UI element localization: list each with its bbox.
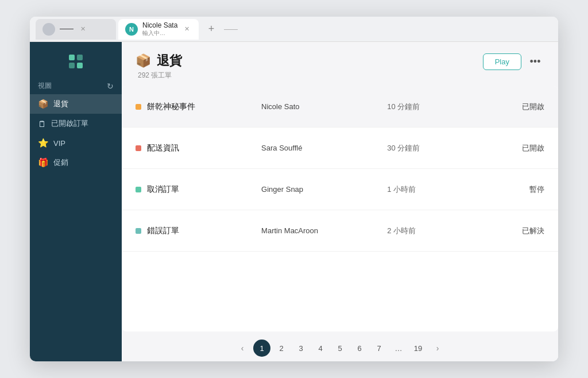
tab-close-1[interactable]: ✕ (80, 25, 86, 33)
tab-extra: —— (224, 25, 238, 33)
page-title: 📦 退貨 (136, 52, 182, 70)
ticket-name-3: 取消訂單 (147, 184, 179, 195)
page-7-button[interactable]: 7 (370, 340, 388, 357)
sidebar-section-header: 視圖 ↻ (30, 81, 122, 94)
page-5-button[interactable]: 5 (331, 340, 349, 357)
col-assignee-2: Sara Soufflé (261, 144, 387, 152)
tab-close-2[interactable]: ✕ (184, 25, 189, 33)
more-button[interactable]: ••• (526, 52, 544, 71)
sidebar-item-label-open-orders: 已開啟訂單 (51, 118, 88, 129)
tab-avatar-2: N (125, 23, 138, 36)
tab-info-2: Nicole Sata 輸入中… (142, 21, 177, 36)
tab-name-1: —— (60, 25, 74, 33)
table-row[interactable]: 配送資訊 Sara Soufflé 30 分鐘前 已開啟 (122, 128, 558, 169)
status-dot-1 (136, 104, 141, 110)
col-name-2: 配送資訊 (136, 143, 261, 153)
play-button[interactable]: Play (483, 53, 521, 70)
svg-rect-0 (69, 55, 75, 60)
col-status-2: 已開啟 (481, 143, 544, 153)
promo-icon: 🎁 (38, 157, 49, 168)
col-assignee-1: Nicole Sato (261, 102, 387, 111)
sidebar-item-vip[interactable]: ⭐ VIP (30, 133, 122, 153)
sidebar-section-label: 視圖 (38, 81, 52, 91)
content-title-area: 📦 退貨 292 張工單 (136, 52, 182, 80)
ticket-name-1: 餅乾神秘事件 (147, 102, 195, 112)
ticket-name-4: 錯誤訂單 (147, 226, 179, 236)
status-dot-2 (136, 145, 141, 151)
returns-icon: 📦 (38, 99, 49, 109)
sidebar-item-label-promo: 促銷 (53, 157, 68, 168)
vip-icon: ⭐ (38, 138, 49, 148)
sidebar-item-label-returns: 退貨 (53, 99, 68, 109)
svg-rect-2 (69, 63, 75, 68)
col-time-2: 30 分鐘前 (387, 143, 481, 153)
col-assignee-4: Martin MacAroon (261, 226, 387, 235)
prev-page-button[interactable]: ‹ (234, 340, 251, 357)
page-19-button[interactable]: 19 (409, 340, 427, 357)
col-assignee-3: Ginger Snap (261, 185, 387, 194)
tab-2[interactable]: N Nicole Sata 輸入中… ✕ (118, 19, 199, 40)
tab-1[interactable]: —— ✕ (36, 19, 116, 40)
col-status-4: 已解決 (481, 226, 544, 236)
col-name-4: 錯誤訂單 (136, 226, 261, 236)
page-1-button[interactable]: 1 (253, 340, 270, 357)
col-time-3: 1 小時前 (387, 184, 481, 195)
svg-rect-1 (77, 55, 83, 60)
col-name-1: 餅乾神秘事件 (136, 102, 261, 112)
sidebar-item-promo[interactable]: 🎁 促銷 (30, 153, 122, 172)
page-4-button[interactable]: 4 (312, 340, 329, 357)
open-orders-icon: 🗒 (38, 119, 47, 129)
content-area: 📦 退貨 292 張工單 Play ••• 餅乾神秘事件 (122, 42, 558, 361)
main-area: 視圖 ↻ 📦 退貨 🗒 已開啟訂單 ⭐ VIP 🎁 促銷 (30, 42, 558, 361)
col-time-1: 10 分鐘前 (387, 102, 481, 112)
table-row[interactable]: 錯誤訂單 Martin MacAroon 2 小時前 已解決 (122, 210, 558, 252)
col-status-3: 暫停 (481, 184, 544, 195)
tab-sub-2: 輸入中… (142, 30, 177, 37)
page-3-button[interactable]: 3 (292, 340, 310, 357)
content-actions: Play ••• (483, 52, 544, 71)
tab-name-2: Nicole Sata (142, 21, 177, 29)
page-ellipsis: … (390, 340, 407, 357)
sidebar: 視圖 ↻ 📦 退貨 🗒 已開啟訂單 ⭐ VIP 🎁 促銷 (30, 42, 122, 361)
col-name-3: 取消訂單 (136, 184, 261, 195)
tab-avatar-1 (42, 23, 55, 36)
tickets-table: 餅乾神秘事件 Nicole Sato 10 分鐘前 已開啟 配送資訊 Sara … (122, 86, 558, 331)
pagination: ‹ 1 2 3 4 5 6 7 … 19 › (122, 331, 558, 361)
page-2-button[interactable]: 2 (273, 340, 290, 357)
title-icon: 📦 (136, 53, 151, 68)
sidebar-item-label-vip: VIP (53, 139, 65, 148)
status-dot-3 (136, 187, 141, 192)
sidebar-refresh-icon[interactable]: ↻ (107, 82, 114, 91)
title-text: 退貨 (157, 52, 182, 70)
tab-bar: —— ✕ N Nicole Sata 輸入中… ✕ + —— (30, 17, 558, 42)
table-row[interactable]: 取消訂單 Ginger Snap 1 小時前 暫停 (122, 169, 558, 210)
table-row[interactable]: 餅乾神秘事件 Nicole Sato 10 分鐘前 已開啟 (122, 86, 558, 128)
sidebar-item-returns[interactable]: 📦 退貨 (30, 94, 122, 114)
content-subtitle: 292 張工單 (138, 71, 182, 80)
next-page-button[interactable]: › (429, 340, 446, 357)
app-window: —— ✕ N Nicole Sata 輸入中… ✕ + —— (30, 17, 558, 361)
sidebar-item-open-orders[interactable]: 🗒 已開啟訂單 (30, 114, 122, 133)
page-6-button[interactable]: 6 (351, 340, 368, 357)
content-header: 📦 退貨 292 張工單 Play ••• (122, 42, 558, 86)
col-status-1: 已開啟 (481, 102, 544, 112)
svg-rect-3 (77, 63, 83, 68)
tab-info-1: —— (60, 25, 74, 33)
app-logo (65, 51, 86, 72)
tab-add-button[interactable]: + (203, 21, 219, 37)
col-time-4: 2 小時前 (387, 226, 481, 236)
ticket-name-2: 配送資訊 (147, 143, 179, 153)
status-dot-4 (136, 228, 141, 234)
